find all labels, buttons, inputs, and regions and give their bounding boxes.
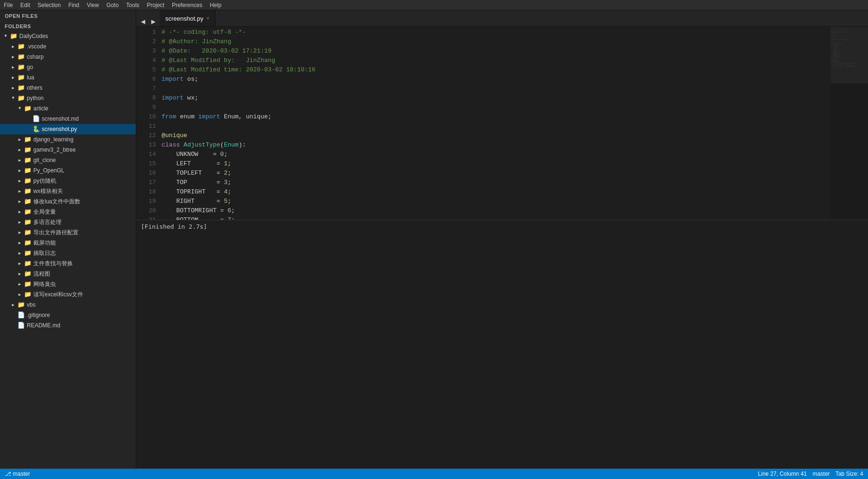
arrow-icon: ▶: [9, 63, 17, 71]
tab-prev-arrow[interactable]: ◀: [138, 17, 147, 26]
sidebar-item-label: 网络臭虫: [32, 280, 136, 288]
code-line-19: RIGHT = 5;: [162, 197, 830, 206]
sidebar-item-wx[interactable]: ▶ 📁 wx模块相关: [0, 186, 136, 196]
tab-screenshot-py[interactable]: screenshot.py ×: [160, 10, 216, 26]
folder-icon: 📁: [23, 197, 32, 206]
tab-nav-arrows: ◀ ▶: [136, 17, 160, 26]
arrow-icon: ▶: [16, 260, 23, 267]
folder-icon: 📁: [17, 63, 25, 71]
folder-icon: 📁: [23, 259, 32, 268]
sidebar-item-label: 摘取日志: [32, 249, 136, 257]
code-container: 1234567891011121314151617181920212223242…: [136, 27, 868, 220]
menu-edit[interactable]: Edit: [20, 2, 30, 8]
sidebar-item-label: wx模块相关: [32, 187, 136, 195]
status-git: master: [813, 471, 830, 477]
sidebar-item-others[interactable]: ▶ 📁 others: [0, 83, 136, 93]
menu-selection[interactable]: Selection: [38, 2, 61, 8]
sidebar-item-screenshot-func[interactable]: ▶ 📁 截屏功能: [0, 238, 136, 248]
sidebar-item-label: .vscode: [25, 43, 136, 50]
sidebar-item-python[interactable]: ▼ 📁 python: [0, 93, 136, 103]
menu-tools[interactable]: Tools: [126, 2, 140, 8]
sidebar-item-pyopengl[interactable]: ▶ 📁 Py_OpenGL: [0, 165, 136, 176]
menu-help[interactable]: Help: [210, 2, 222, 8]
folder-icon: 📁: [23, 228, 32, 237]
sidebar-item-label: DailyCodes: [18, 33, 136, 39]
file-icon: 📄: [17, 321, 25, 330]
arrow-icon: ▼: [9, 94, 17, 102]
folder-icon: 📁: [17, 84, 25, 92]
sidebar-item-label: 全局变量: [32, 208, 136, 216]
folders-header: FOLDERS: [0, 21, 136, 31]
arrow-icon: ▶: [16, 156, 23, 164]
code-line-14: UNKNOW = 0;: [162, 150, 830, 159]
sidebar-item-vbs[interactable]: ▶ 📁 vbs: [0, 300, 136, 310]
sidebar-item-vscode[interactable]: ▶ 📁 .vscode: [0, 41, 136, 52]
menu-view[interactable]: View: [87, 2, 99, 8]
sidebar-item-dailycodes[interactable]: ▼ 📁 DailyCodes: [0, 31, 136, 41]
sidebar-item-screenshot-py[interactable]: ▶ 🐍 screenshot.py: [0, 124, 136, 134]
sidebar-item-csharp[interactable]: ▶ 📁 csharp: [0, 52, 136, 62]
sidebar-tree[interactable]: ▼ 📁 DailyCodes ▶ 📁 .vscode ▶ 📁 csharp ▶ …: [0, 31, 136, 469]
sidebar-item-go[interactable]: ▶ 📁 go: [0, 62, 136, 72]
arrow-icon: ▶: [9, 84, 17, 92]
file-icon: 📄: [17, 311, 25, 319]
menu-find[interactable]: Find: [68, 2, 79, 8]
minimap: # -*- coding: utf-8 -*- # @Author: JinZh…: [830, 27, 868, 220]
sidebar-item-git[interactable]: ▶ 📁 git_clone: [0, 155, 136, 165]
sidebar-item-label: 导出文件路径配置: [32, 229, 136, 237]
folder-icon: 📁: [17, 53, 25, 61]
sidebar-item-flowchart[interactable]: ▶ 📁 流程图: [0, 269, 136, 279]
arrow-icon: ▶: [16, 218, 23, 226]
arrow-icon: ▼: [16, 105, 23, 112]
folder-icon: 📁: [17, 42, 25, 51]
sidebar-item-export-path[interactable]: ▶ 📁 导出文件路径配置: [0, 227, 136, 238]
code-editor[interactable]: # -*- coding: utf-8 -*-# @Author: JinZha…: [160, 27, 830, 220]
menu-file[interactable]: File: [4, 2, 13, 8]
open-files-header: OPEN FILES: [0, 10, 136, 21]
folder-icon: 📁: [23, 187, 32, 195]
code-line-17: TOP = 3;: [162, 178, 830, 187]
sidebar-item-label: 截屏功能: [32, 239, 136, 247]
tab-close-button[interactable]: ×: [206, 15, 209, 22]
menu-project[interactable]: Project: [147, 2, 164, 8]
sidebar-item-label: django_learning: [32, 136, 136, 143]
sidebar-item-label: python: [25, 95, 136, 101]
sidebar-item-label: screenshot.py: [40, 126, 136, 132]
sidebar-item-label: vbs: [25, 301, 136, 308]
sidebar-item-screenshot-md[interactable]: ▶ 📄 screenshot.md: [0, 114, 136, 124]
sidebar-item-lua[interactable]: ▶ 📁 lua: [0, 72, 136, 83]
sidebar-item-log[interactable]: ▶ 📁 摘取日志: [0, 248, 136, 258]
arrow-icon: ▶: [16, 146, 23, 154]
code-line-8: import wx;: [162, 93, 830, 103]
sidebar: OPEN FILES FOLDERS ▼ 📁 DailyCodes ▶ 📁 .v…: [0, 10, 136, 469]
sidebar-item-networkbug[interactable]: ▶ 📁 网络臭虫: [0, 279, 136, 289]
sidebar-item-pyrandom[interactable]: ▶ 📁 py仿随机: [0, 176, 136, 186]
sidebar-item-multilang[interactable]: ▶ 📁 多语言处理: [0, 217, 136, 227]
tabs-bar: ◀ ▶ screenshot.py ×: [136, 10, 868, 27]
sidebar-item-label: 读写excel和csv文件: [32, 291, 136, 299]
sidebar-item-django[interactable]: ▶ 📁 django_learning: [0, 134, 136, 145]
sidebar-item-excel[interactable]: ▶ 📁 读写excel和csv文件: [0, 289, 136, 300]
menu-preferences[interactable]: Preferences: [172, 2, 202, 8]
sidebar-item-label: .gitignore: [25, 312, 136, 318]
menu-goto[interactable]: Goto: [107, 2, 119, 8]
sidebar-item-gitignore[interactable]: ▶ 📄 .gitignore: [0, 310, 136, 320]
sidebar-item-filesearch[interactable]: ▶ 📁 文件查找与替换: [0, 258, 136, 269]
status-left: ⎇ master: [5, 471, 30, 477]
sidebar-item-article[interactable]: ▼ 📁 article: [0, 103, 136, 114]
arrow-icon: ▶: [9, 43, 17, 50]
arrow-icon: ▼: [2, 32, 9, 40]
folder-icon: 📁: [23, 104, 32, 113]
status-branch[interactable]: ⎇ master: [5, 471, 30, 477]
arrow-icon: ▶: [16, 229, 23, 236]
sidebar-item-game[interactable]: ▶ 📁 gamev3_2_btree: [0, 145, 136, 155]
code-line-20: BOTTOMRIGHT = 6;: [162, 206, 830, 216]
status-line-col: Line 27, Column 41: [758, 471, 807, 477]
sidebar-item-lua-mod[interactable]: ▶ 📁 修改lua文件中面数: [0, 196, 136, 207]
sidebar-item-readme[interactable]: ▶ 📄 README.md: [0, 320, 136, 331]
folder-icon: 📁: [23, 290, 32, 299]
tab-next-arrow[interactable]: ▶: [148, 17, 158, 26]
sidebar-item-global-var[interactable]: ▶ 📁 全局变量: [0, 207, 136, 217]
sidebar-item-label: article: [32, 105, 136, 112]
folder-icon: 📁: [17, 94, 25, 102]
